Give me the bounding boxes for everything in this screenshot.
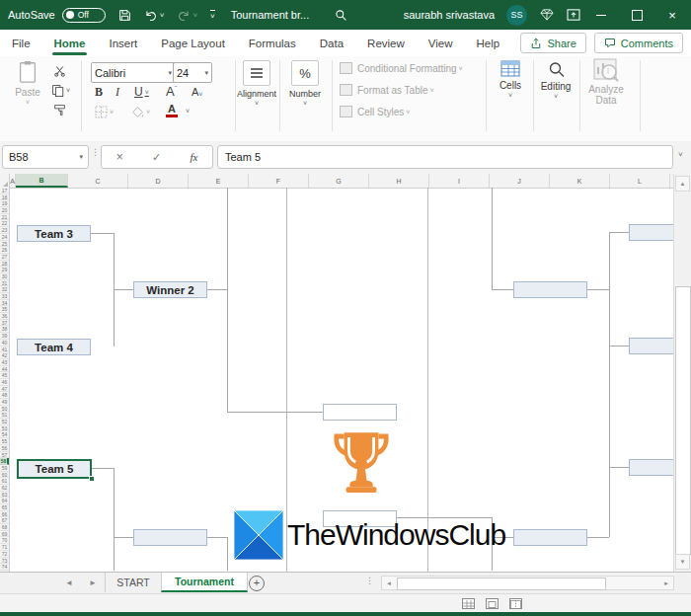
font-name-combobox[interactable]: Calibri▾: [91, 62, 176, 83]
maximize-button[interactable]: [622, 0, 652, 30]
bracket-box-team-5[interactable]: Team 5: [17, 459, 92, 479]
scroll-right-button[interactable]: ►: [660, 578, 672, 588]
borders-button[interactable]: ˅: [95, 106, 114, 118]
insert-function-icon[interactable]: fx: [190, 151, 197, 163]
horizontal-scrollbar[interactable]: ◄ ►: [381, 576, 674, 590]
undo-dropdown-icon[interactable]: ˅: [160, 11, 165, 20]
horizontal-scroll-thumb[interactable]: [397, 578, 606, 590]
number-button[interactable]: % Number ˅: [283, 60, 327, 107]
cut-button[interactable]: [53, 64, 66, 77]
tab-help[interactable]: Help: [465, 30, 512, 56]
bracket-box-empty[interactable]: [513, 529, 587, 546]
copy-dropdown-icon: ˅: [66, 87, 70, 94]
close-button[interactable]: ×: [657, 0, 687, 30]
bracket-box-label: Winner 2: [146, 284, 193, 296]
bracket-box-empty[interactable]: [629, 338, 674, 354]
tabbar-splitter[interactable]: ⋮: [365, 576, 374, 585]
comments-button[interactable]: Comments: [594, 33, 683, 53]
styles-item-cell-styles[interactable]: Cell Styles˅: [340, 106, 410, 117]
tab-formulas[interactable]: Formulas: [237, 30, 308, 56]
tab-home[interactable]: Home: [42, 30, 98, 56]
enter-icon[interactable]: ✓: [152, 151, 161, 164]
prev-sheet-button[interactable]: ◄: [65, 573, 73, 593]
bold-button[interactable]: B: [95, 85, 103, 100]
vertical-scroll-thumb[interactable]: [675, 286, 691, 555]
premium-gem-icon[interactable]: [540, 9, 554, 21]
bracket-box-team-4[interactable]: Team 4: [17, 339, 91, 355]
add-sheet-button[interactable]: +: [249, 576, 265, 591]
undo-icon: [144, 9, 158, 22]
bracket-box-team-3[interactable]: Team 3: [17, 225, 91, 242]
analyze-data-button[interactable]: Analyze Data: [581, 58, 631, 106]
bracket-box-winner-2[interactable]: Winner 2: [133, 281, 207, 298]
user-name[interactable]: saurabh srivastava: [404, 9, 495, 21]
search-button[interactable]: [335, 9, 347, 22]
bracket-box-empty[interactable]: [513, 281, 587, 298]
styles-item-conditional-formatting[interactable]: Conditional Formatting˅: [340, 62, 463, 74]
alignment-button[interactable]: Alignment ˅: [235, 60, 278, 107]
font-color-button[interactable]: A: [166, 104, 178, 117]
italic-button[interactable]: I: [115, 85, 119, 100]
paste-label: Paste: [15, 87, 40, 98]
underline-button[interactable]: U˅: [134, 85, 149, 99]
editing-button[interactable]: Editing ˅: [534, 60, 577, 100]
bracket-box-empty[interactable]: [133, 529, 207, 546]
status-bar: Enter − + 40%: [0, 593, 691, 613]
bracket-box-empty[interactable]: [629, 224, 674, 241]
bracket-connector: [609, 346, 629, 346]
page-break-view-button[interactable]: [509, 598, 522, 609]
tab-data[interactable]: Data: [308, 30, 355, 56]
cells-button[interactable]: Cells ˅: [489, 60, 532, 99]
tab-page-layout[interactable]: Page Layout: [149, 30, 237, 56]
next-sheet-button[interactable]: ►: [89, 573, 97, 593]
vertical-scrollbar[interactable]: ▲ ▼: [673, 174, 691, 572]
tab-file[interactable]: File: [0, 30, 42, 56]
redo-button[interactable]: ˅: [177, 9, 197, 22]
bracket-connector: [114, 537, 133, 538]
tab-view[interactable]: View: [417, 30, 465, 56]
styles-item-format-as-table[interactable]: Format as Table˅: [340, 84, 434, 96]
thewindowsclub-logo: TheWindowsClub: [234, 510, 505, 560]
share-button[interactable]: Share: [520, 33, 585, 53]
page-layout-view-button[interactable]: [486, 598, 499, 609]
avatar[interactable]: SS: [506, 5, 527, 26]
paste-button[interactable]: Paste ˅: [6, 60, 49, 106]
font-size-combobox[interactable]: 24▾: [173, 62, 212, 83]
name-box[interactable]: B58 ▾: [2, 145, 89, 169]
customize-quick-access-button[interactable]: ˅: [210, 10, 215, 21]
grow-font-label: A: [166, 84, 175, 99]
autosave-toggle[interactable]: Off: [62, 8, 106, 23]
normal-view-button[interactable]: [462, 598, 475, 609]
expand-formula-bar-icon[interactable]: ˅: [678, 150, 683, 159]
ribbon-display-options-button[interactable]: [567, 9, 580, 21]
fill-color-button[interactable]: ˅: [131, 106, 150, 118]
minimize-button[interactable]: [586, 0, 616, 30]
logo-text: TheWindowsClub: [287, 510, 505, 560]
cancel-icon[interactable]: ×: [116, 150, 123, 164]
share-icon: [530, 38, 542, 49]
formula-input[interactable]: Team 5: [217, 145, 673, 169]
bracket-box-empty[interactable]: [629, 459, 674, 476]
name-box-dropdown-icon[interactable]: ▾: [79, 153, 83, 161]
save-button[interactable]: [118, 9, 131, 22]
save-icon: [118, 9, 131, 22]
bracket-connector: [492, 289, 513, 290]
increase-font-button[interactable]: Aˆ: [166, 84, 177, 99]
tab-insert[interactable]: Insert: [97, 30, 149, 56]
sheet-tab-start[interactable]: START: [105, 573, 162, 592]
bracket-connector: [227, 537, 228, 571]
redo-dropdown-icon[interactable]: ˅: [192, 11, 197, 20]
scroll-up-button[interactable]: ▲: [675, 176, 690, 192]
formula-bar-splitter[interactable]: ⋮: [91, 150, 100, 155]
undo-button[interactable]: ˅: [144, 9, 165, 22]
bracket-box-empty[interactable]: [323, 404, 397, 421]
sheet-tab-tournament[interactable]: Tournament: [161, 573, 248, 592]
scroll-left-button[interactable]: ◄: [383, 578, 395, 588]
format-painter-button[interactable]: [53, 104, 66, 116]
fill-handle[interactable]: [89, 476, 95, 482]
scroll-down-button[interactable]: ▼: [675, 554, 690, 570]
copy-button[interactable]: ˅: [51, 84, 70, 97]
decrease-font-button[interactable]: A˅: [192, 86, 202, 98]
share-label: Share: [547, 38, 576, 49]
tab-review[interactable]: Review: [355, 30, 417, 56]
